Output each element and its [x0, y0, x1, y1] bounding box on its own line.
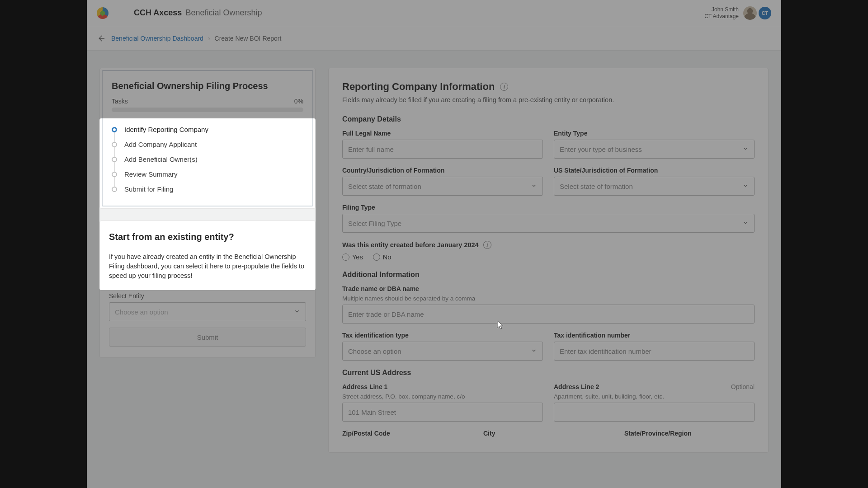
filing-process-title: Beneficial Ownership Filing Process — [112, 81, 303, 91]
select-entity-label: Select Entity — [109, 292, 306, 300]
tax-type-label: Tax identification type — [342, 332, 543, 339]
full-legal-name-label: Full Legal Name — [342, 130, 543, 137]
entity-type-dropdown[interactable]: Enter your type of business — [554, 140, 755, 159]
trade-name-hint: Multiple names should be separated by a … — [342, 295, 755, 302]
address2-input[interactable] — [554, 403, 755, 422]
app-title: CCH AxcessBeneficial Ownership — [134, 8, 262, 18]
existing-entity-desc: If you have already created an entity in… — [109, 252, 306, 281]
breadcrumb-dashboard-link[interactable]: Beneficial Ownership Dashboard — [111, 35, 203, 42]
city-label: City — [483, 430, 613, 437]
user-info[interactable]: John Smith CT Advantage — [704, 6, 739, 19]
info-icon[interactable]: i — [483, 241, 491, 249]
address1-hint: Street address, P.O. box, company name, … — [342, 393, 543, 400]
existing-entity-title: Start from an existing entity? — [109, 232, 306, 242]
step-add-applicant[interactable]: Add Company Applicant — [112, 137, 303, 152]
select-entity-dropdown[interactable]: Choose an option — [109, 302, 306, 321]
tasks-label: Tasks — [112, 98, 128, 105]
breadcrumb-current: Create New BOI Report — [215, 35, 282, 42]
trade-name-input[interactable] — [342, 305, 755, 324]
chevron-down-icon — [531, 347, 537, 355]
top-bar: CCH AxcessBeneficial Ownership John Smit… — [87, 0, 781, 26]
section-company-details: Company Details — [342, 115, 755, 123]
app-logo — [97, 7, 108, 19]
existing-entity-card: Start from an existing entity? If you ha… — [99, 221, 316, 358]
form-title: Reporting Company Information i — [342, 81, 755, 93]
radio-yes[interactable]: Yes — [342, 253, 363, 261]
zip-label: Zip/Postal Code — [342, 430, 472, 437]
section-current-address: Current US Address — [342, 369, 755, 377]
tax-number-label: Tax identification number — [554, 332, 755, 339]
country-formation-dropdown[interactable]: Select state of formation — [342, 177, 543, 196]
submit-entity-button[interactable]: Submit — [109, 328, 306, 347]
trade-name-label: Trade name or DBA name — [342, 285, 755, 292]
section-additional-info: Additional Information — [342, 271, 755, 279]
step-identify-company[interactable]: Identify Reporting Company — [112, 122, 303, 137]
info-icon[interactable]: i — [500, 83, 508, 91]
address2-hint: Apartment, suite, unit, building, floor,… — [554, 393, 755, 400]
created-before-2024-label: Was this entity created before January 2… — [342, 241, 755, 249]
region-label: State/Province/Region — [624, 430, 755, 437]
back-arrow-icon[interactable] — [97, 34, 105, 42]
step-add-owners[interactable]: Add Beneficial Owner(s) — [112, 152, 303, 167]
step-submit[interactable]: Submit for Filing — [112, 182, 303, 197]
form-desc: Fields may already be filled if you are … — [342, 96, 755, 103]
chevron-down-icon — [742, 220, 749, 227]
filing-type-dropdown[interactable]: Select Filing Type — [342, 214, 755, 233]
tax-type-dropdown[interactable]: Choose an option — [342, 342, 543, 361]
state-formation-dropdown[interactable]: Select state of formation — [554, 177, 755, 196]
step-review[interactable]: Review Summary — [112, 167, 303, 182]
entity-type-label: Entity Type — [554, 130, 755, 137]
chevron-down-icon — [742, 183, 749, 190]
ct-badge[interactable]: CT — [759, 7, 771, 19]
user-avatar[interactable] — [743, 6, 757, 20]
chevron-down-icon — [742, 145, 749, 153]
address2-label: Address Line 2Optional — [554, 383, 755, 390]
tax-number-input[interactable] — [554, 342, 755, 361]
full-legal-name-input[interactable] — [342, 140, 543, 159]
address1-label: Address Line 1 — [342, 383, 543, 390]
breadcrumb-bar: Beneficial Ownership Dashboard › Create … — [87, 26, 781, 51]
tasks-percent: 0% — [294, 98, 303, 105]
reporting-company-form: Reporting Company Information i Fields m… — [328, 68, 769, 453]
state-formation-label: US State/Jurisdiction of Formation — [554, 167, 755, 174]
chevron-right-icon: › — [208, 35, 210, 42]
chevron-down-icon — [294, 308, 300, 316]
radio-no[interactable]: No — [373, 253, 392, 261]
progress-bar — [112, 108, 303, 112]
filing-process-card: Beneficial Ownership Filing Process Task… — [99, 68, 316, 209]
country-formation-label: Country/Jurisdiction of Formation — [342, 167, 543, 174]
address1-input[interactable] — [342, 403, 543, 422]
chevron-down-icon — [531, 183, 537, 190]
filing-type-label: Filing Type — [342, 204, 755, 211]
